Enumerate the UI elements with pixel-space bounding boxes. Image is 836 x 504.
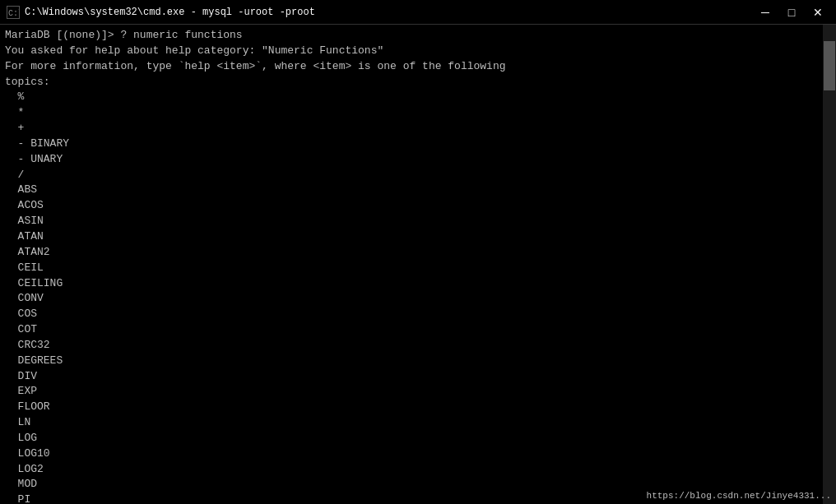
- window-controls: ─ □ ✕: [754, 3, 829, 21]
- title-bar-left: C:\ C:\Windows\system32\cmd.exe - mysql …: [7, 6, 315, 19]
- console-content[interactable]: MariaDB [(none)]> ? numeric functions Yo…: [0, 25, 823, 504]
- cmd-icon: C:\: [7, 6, 20, 19]
- watermark: https://blog.csdn.net/Jinye4331...: [647, 491, 831, 501]
- maximize-button[interactable]: □: [780, 3, 803, 21]
- terminal-window: C:\ C:\Windows\system32\cmd.exe - mysql …: [0, 0, 836, 504]
- minimize-button[interactable]: ─: [754, 3, 777, 21]
- title-bar: C:\ C:\Windows\system32\cmd.exe - mysql …: [0, 0, 836, 25]
- close-button[interactable]: ✕: [806, 3, 829, 21]
- console-area: MariaDB [(none)]> ? numeric functions Yo…: [0, 25, 836, 504]
- scrollbar-thumb[interactable]: [824, 41, 835, 90]
- scrollbar[interactable]: [823, 25, 836, 504]
- window-title: C:\Windows\system32\cmd.exe - mysql -uro…: [25, 7, 315, 18]
- svg-text:C:\: C:\: [8, 9, 19, 18]
